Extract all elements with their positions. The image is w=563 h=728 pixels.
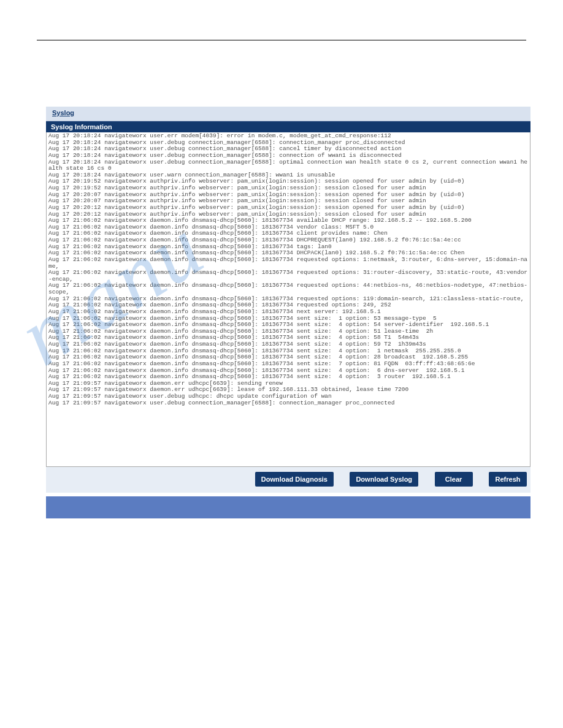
download-diagnosis-button[interactable]: Download Diagnosis	[255, 472, 334, 487]
page-top-rule	[37, 40, 526, 40]
download-syslog-button[interactable]: Download Syslog	[350, 472, 418, 487]
tab-bar: Syslog	[46, 107, 530, 121]
footer-bar	[46, 496, 530, 518]
refresh-button[interactable]: Refresh	[489, 472, 527, 487]
syslog-panel: Syslog Syslog Information Aug 17 20:18:2…	[46, 107, 530, 518]
button-row: Download Diagnosis Download Syslog Clear…	[46, 467, 530, 493]
section-header: Syslog Information	[46, 121, 530, 132]
syslog-content: Aug 17 20:18:24 navigateworx user.err mo…	[48, 133, 528, 406]
syslog-textarea[interactable]: Aug 17 20:18:24 navigateworx user.err mo…	[46, 132, 530, 467]
tab-syslog[interactable]: Syslog	[46, 107, 80, 118]
clear-button[interactable]: Clear	[435, 472, 473, 487]
